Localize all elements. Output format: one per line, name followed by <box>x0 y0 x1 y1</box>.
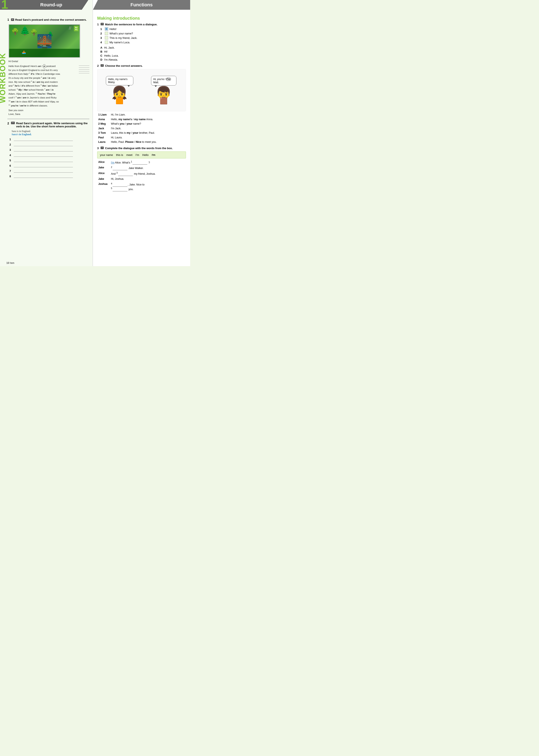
example-plain: Sara is in England. <box>12 130 89 133</box>
match-item-1: 1 B Hello! <box>100 27 186 31</box>
match-text-3: This is my friend, Jack. <box>110 36 137 39</box>
right-ex3-num: 3 <box>97 147 99 150</box>
match-box-2[interactable] <box>105 32 108 35</box>
postcard-line-5: nice. My new school 3 is / am big and mo… <box>8 80 89 84</box>
bubble-maisy: Hello, my name's Maisy. <box>106 76 133 85</box>
answer-input-4[interactable] <box>14 153 73 157</box>
answer-C: C Hello, Luca. <box>100 54 186 57</box>
word-thisis: this is <box>116 153 123 157</box>
postcard-line-11: 11 you're / we're in different classes. <box>8 104 89 108</box>
im-underline: I'm <box>111 161 114 164</box>
write-line-6: 6 <box>10 164 89 167</box>
fill-jake-2: Jake Hi, Joshua. <box>98 177 186 181</box>
fill-alice-2: Alice And 3 my friend, Joshua. <box>98 171 186 176</box>
right-exercise-1: 1 ** Match the sentences to form a dialo… <box>97 23 186 61</box>
answer-C-text: Hello, Luca. <box>104 54 119 57</box>
match-item-2: 2 What's your name? <box>100 32 186 35</box>
postcard-see: See you soon <box>8 108 89 112</box>
postcard-line-10: 10 am / is in class 8DT with Adam and Vi… <box>8 100 89 104</box>
postcard-love: Love, Sara <box>8 112 89 116</box>
dialogue-3-paul: Paul Hi, Laura. <box>98 136 186 140</box>
blank-5[interactable] <box>113 191 127 191</box>
right-ex3-instruction: Complete the dialogue with the words fro… <box>105 147 173 150</box>
dialogue-3-tom: 3 Tom Laura, this is my / your brother, … <box>98 131 186 135</box>
ex2-header-row: 2 *** Read Sara's postcard again. Write … <box>7 122 89 128</box>
left-panel: WORKBOOK 1 ** Read Sara's postcard and c… <box>0 0 93 266</box>
left-header: 1 Round-up <box>0 0 93 10</box>
match-box-4[interactable] <box>105 40 108 44</box>
word-meet: meet <box>126 153 132 157</box>
match-text-2: What's your name? <box>110 32 133 35</box>
left-char-area: Hello, my name's Maisy. 👧 🟧 <box>100 76 139 104</box>
fill-dialogue: Alice I'm Alice. What's 1 ? Jake 2 Jake … <box>98 160 186 191</box>
by-badge: ByPa <box>74 26 79 31</box>
blank-1[interactable] <box>132 164 147 165</box>
postcard-line-8: Adam, Vijay and Jazmin. 8 You're / They'… <box>8 92 89 96</box>
boat-icon: 🚣 <box>22 50 26 54</box>
match-box-1[interactable]: B <box>105 27 108 31</box>
example-answer: Sara's in England. <box>12 133 89 136</box>
write-line-8: 8 <box>10 174 89 178</box>
workbook-label: WORKBOOK <box>0 53 7 103</box>
match-text-4: My name's Luca. <box>110 41 130 44</box>
ex2-dialogue: 1 Liam Hi, I'm Liam. Anna Hello, my name… <box>98 113 186 144</box>
write-line-7: 7 <box>10 169 89 172</box>
answer-input-6[interactable] <box>14 164 73 167</box>
right-panel: Making introductions 1 ** Match the sent… <box>93 0 190 266</box>
bubble-tail-left <box>127 85 130 87</box>
answer-input-5[interactable] <box>14 158 73 162</box>
word-im2-strikethrough: I'm <box>152 153 155 157</box>
write-line-1: 1 <box>10 137 89 141</box>
postcard-line-2: for you in English! England is cool but … <box>8 68 89 72</box>
postcard-image: ByPa 🌳 🌲 🌳 🌲 🚣 // <box>8 24 80 58</box>
match-box-3[interactable] <box>105 36 108 39</box>
postcard-line-3: different from Italy! 1 It's / I'm in Ca… <box>8 72 89 76</box>
answer-input-1[interactable] <box>14 137 73 141</box>
write-line-2: 2 <box>10 142 89 146</box>
ex2-stars: *** <box>11 122 15 124</box>
answer-input-7[interactable] <box>14 169 73 172</box>
postcard-line-9: cool! I 9 am / are in Jazmin's class and… <box>8 96 89 100</box>
bubble-matt: Hi, you're / I'm Matt. <box>151 76 177 86</box>
right-ex1-num: 1 <box>97 23 99 26</box>
ex1-header: 1 ** Read Sara's postcard and choose the… <box>7 18 87 21</box>
blank-4[interactable] <box>113 186 127 187</box>
right-ex2-instruction: Choose the correct answers. <box>105 64 143 67</box>
postcard-line-greeting: Hi Greta! <box>8 60 89 63</box>
answer-input-3[interactable] <box>14 148 73 152</box>
right-ex1-stars: ** <box>101 23 104 25</box>
ex2-instruction: Read Sara's postcard again. Write senten… <box>16 122 89 128</box>
right-ex1-header-row: 1 ** Match the sentences to form a dialo… <box>97 23 186 26</box>
answer-input-2[interactable] <box>14 142 73 146</box>
postcard-line-4: It's a busy city and the people 2 are / … <box>8 76 89 80</box>
postcard-line-6: and 4 he's / it's different from 5 the /… <box>8 84 89 88</box>
section-divider <box>7 119 89 119</box>
right-title: Functions <box>97 2 186 8</box>
dialogue-2-jack: Jack I'm Jack. <box>98 127 186 131</box>
right-char-area: Hi, you're / I'm Matt. 👦 🟫 <box>144 76 184 104</box>
slash-icon: // <box>69 26 71 31</box>
right-header: Functions <box>93 0 190 10</box>
answer-A: A Hi, Jack. <box>100 46 186 49</box>
right-ex1-instruction: Match the sentences to form a dialogue. <box>105 23 157 26</box>
water-reflection <box>9 49 80 57</box>
ex1-stars: ** <box>11 18 14 21</box>
fill-jake-1: Jake 2 Jake Walker. <box>98 166 186 170</box>
match-item-4: 4 My name's Luca. <box>100 40 186 44</box>
answer-input-8[interactable] <box>14 174 73 178</box>
write-line-4: 4 <box>10 153 89 157</box>
word-yourname: your name <box>100 153 113 157</box>
circled-im: I'm <box>166 78 171 81</box>
right-ex2-header-row: 2 ** Choose the correct answers. <box>97 64 186 67</box>
right-ex2-num: 2 <box>97 64 99 67</box>
answer-D-text: I'm Alessia. <box>104 58 118 61</box>
word-hello: Hello <box>142 153 149 157</box>
exercise-2: 2 *** Read Sara's postcard again. Write … <box>7 122 89 178</box>
postcard-line-1: Hello from England! Here's an / a postca… <box>8 64 89 68</box>
page-container: 1 Round-up Functions WORKBOOK 1 ** Read … <box>0 0 190 266</box>
match-items-list: 1 B Hello! 2 What's your name? 3 This is… <box>100 27 186 44</box>
tree4-icon: 🌲 <box>47 31 54 37</box>
exercise-1: 1 ** Read Sara's postcard and choose the… <box>7 18 89 116</box>
dialogue-1-liam: 1 Liam Hi, I'm Liam. <box>98 113 186 117</box>
word-box: your name this is meet I'm Hello I'm <box>97 152 186 159</box>
